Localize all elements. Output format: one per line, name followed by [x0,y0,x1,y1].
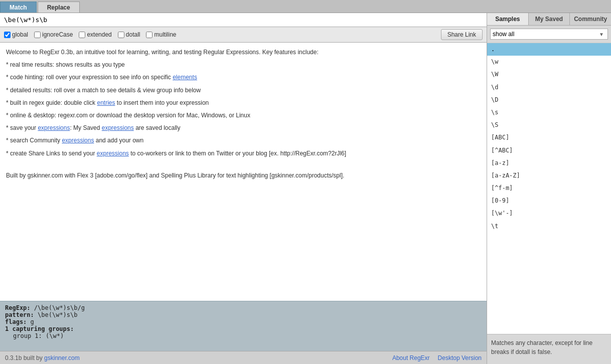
right-tab-mysaved[interactable]: My Saved [529,13,570,25]
intro-text: Welcome to RegExr 0.3b, an intuitive too… [6,48,481,57]
text-area[interactable]: Welcome to RegExr 0.3b, an intuitive too… [0,43,487,301]
group1-label: group 1: [13,332,42,339]
info-groups: 1 capturing groups: [5,325,482,332]
feature-4: * built in regex guide: double click ent… [6,98,481,108]
sample-item-1[interactable]: \w [487,56,611,68]
footer-links: About RegExr Desktop Version [392,354,482,361]
dropdown-container: show all anchors character classes quant… [490,29,608,40]
tab-match[interactable]: Match [0,2,37,13]
sample-item-7[interactable]: [ABC] [487,131,611,144]
right-tab-community[interactable]: Community [570,13,611,25]
main-layout: global ignoreCase extended dotall multil… [0,13,611,364]
feature-5: * online & desktop: regexr.com or downlo… [6,111,481,120]
sample-item-8[interactable]: [^ABC] [487,144,611,157]
sample-item-12[interactable]: [0-9] [487,195,611,207]
right-tab-samples[interactable]: Samples [487,13,529,25]
feature-8: * create Share Links to send your expres… [6,149,481,158]
footer-desktop-link[interactable]: Desktop Version [438,354,482,361]
feature-2: * code hinting: roll over your expressio… [6,73,481,82]
regex-input[interactable] [4,16,483,24]
samples-list: .\w\W\d\D\s\S[ABC][^ABC][a-z][a-zA-Z][^f… [487,43,611,334]
feature-1: * real time results: shows results as yo… [6,60,481,70]
flag-global: global [4,31,28,38]
regexp-value: /\be(\w*)s\b/g [34,304,85,311]
footer: 0.3.1b built by gskinner.com About RegEx… [0,351,487,364]
flag-global-label: global [12,31,28,38]
group1-value: (\w*) [46,332,64,339]
right-tabs: Samples My Saved Community [487,13,611,26]
info-flags: flags: g [5,318,482,325]
sample-item-3[interactable]: \d [487,81,611,94]
sample-item-4[interactable]: \D [487,94,611,106]
flag-ignorecase-label: ignoreCase [42,31,73,38]
regex-bar [0,13,487,27]
checkbox-global[interactable] [4,32,11,38]
flag-dotall: dotall [118,31,140,38]
info-group1: group 1: (\w*) [5,332,482,339]
sample-description: Matches any character, except for line b… [487,334,611,364]
flags-value: g [31,318,34,325]
sample-item-0[interactable]: . [487,43,611,56]
sample-item-9[interactable]: [a-z] [487,157,611,169]
flags-label: flags: [5,318,27,325]
feature-7: * search Community expressions and add y… [6,136,481,145]
sample-item-11[interactable]: [^f-m] [487,182,611,195]
info-regexp: RegExp: /\be(\w*)s\b/g [5,304,482,311]
footer-version: 0.3.1b built by [5,354,43,361]
sample-item-5[interactable]: \s [487,106,611,119]
footer-about-link[interactable]: About RegExr [392,354,430,361]
pattern-label: pattern: [5,311,34,318]
flag-multiline-label: multiline [154,31,176,38]
pattern-value: \be(\w*)s\b [38,311,77,318]
flags-bar: global ignoreCase extended dotall multil… [0,27,487,43]
feature-6: * save your expressions: My Saved expres… [6,123,481,133]
samples-dropdown-wrapper: show all anchors character classes quant… [487,26,611,43]
flag-multiline: multiline [146,31,176,38]
right-panel: Samples My Saved Community show all anch… [487,13,611,364]
sample-item-13[interactable]: [\w'-] [487,207,611,220]
left-panel: global ignoreCase extended dotall multil… [0,13,487,364]
sample-item-6[interactable]: \S [487,119,611,131]
checkbox-extended[interactable] [79,32,85,38]
sample-item-14[interactable]: \t [487,220,611,233]
checkbox-ignorecase[interactable] [34,32,41,38]
flag-extended-label: extended [87,31,111,38]
built-by-text: Built by gskinner.com with Flex 3 [adobe… [6,171,481,180]
footer-author-link[interactable]: gskinner.com [44,354,80,361]
flag-dotall-label: dotall [126,31,140,38]
share-link-button[interactable]: Share Link [441,29,483,40]
tab-bar: Match Replace [0,0,611,13]
sample-item-10[interactable]: [a-zA-Z] [487,169,611,182]
checkbox-dotall[interactable] [118,32,124,38]
regexp-label: RegExp: [5,304,31,311]
feature-3: * detailed results: roll over a match to… [6,86,481,95]
groups-label: 1 capturing groups: [5,325,74,332]
checkbox-multiline[interactable] [146,32,152,38]
flag-ignorecase: ignoreCase [34,31,73,38]
samples-dropdown[interactable]: show all anchors character classes quant… [490,29,608,40]
flag-extended: extended [79,31,111,38]
tab-replace[interactable]: Replace [38,2,80,13]
sample-item-2[interactable]: \W [487,68,611,81]
info-bar: RegExp: /\be(\w*)s\b/g pattern: \be(\w*)… [0,301,487,351]
info-pattern: pattern: \be(\w*)s\b [5,311,482,318]
